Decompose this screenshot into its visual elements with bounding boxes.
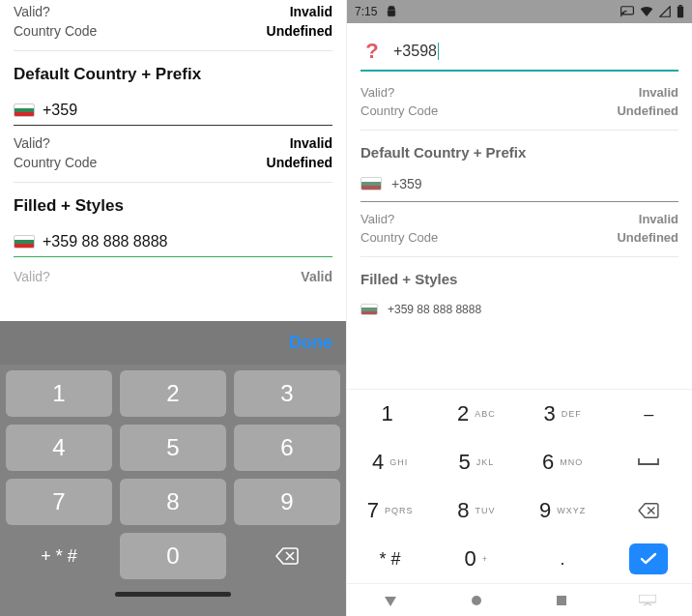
nav-back[interactable] [383, 593, 398, 608]
key-8[interactable]: 8TUV [433, 486, 519, 535]
cc-value: Undefined [617, 103, 678, 118]
key-9[interactable]: 9WXYZ [520, 486, 606, 535]
done-button[interactable]: Done [289, 333, 332, 353]
valid-row: Valid? Valid [14, 267, 332, 286]
nav-recent[interactable] [556, 595, 567, 606]
cast-icon [620, 6, 634, 17]
android-screenshot: 7:15 ? +3598 Valid? Invalid [346, 0, 692, 616]
phone-input-default[interactable]: +359 [14, 98, 332, 126]
unknown-flag-icon: ? [360, 39, 384, 64]
key-submit[interactable] [606, 535, 692, 583]
valid-label: Valid? [14, 4, 50, 19]
phone-input-filled[interactable]: +359 88 888 8888 [360, 301, 678, 322]
valid-value: Invalid [290, 4, 332, 19]
key-6[interactable]: 6MNO [520, 438, 606, 486]
valid-value: Invalid [290, 135, 332, 151]
cc-value: Undefined [617, 230, 678, 245]
home-indicator [6, 579, 340, 608]
key-3[interactable]: 3 [234, 370, 340, 417]
divider [14, 50, 332, 51]
key-8[interactable]: 8 [120, 479, 226, 525]
section-title-default: Default Country + Prefix [14, 65, 332, 84]
key-dash[interactable]: – [606, 390, 692, 438]
keyboard-toolbar: Done [0, 321, 346, 365]
phone-input-default[interactable]: +359 [360, 174, 678, 197]
key-0[interactable]: 0 [120, 533, 226, 579]
key-backspace[interactable] [234, 533, 340, 579]
valid-row: Valid? Invalid [360, 210, 678, 228]
phone-input-filled[interactable]: +359 88 888 8888 [14, 229, 332, 257]
check-icon [640, 552, 657, 566]
phone-value: +359 88 888 8888 [43, 233, 167, 250]
status-time: 7:15 [355, 5, 377, 18]
country-code-row: Country Code Undefined [14, 21, 332, 41]
key-2[interactable]: 2ABC [433, 390, 519, 438]
svg-rect-1 [678, 7, 683, 18]
key-4[interactable]: 4GHI [347, 438, 433, 486]
cc-label: Country Code [360, 103, 438, 118]
key-5[interactable]: 5 [120, 425, 226, 471]
phone-value: +3598 [393, 43, 437, 60]
key-2[interactable]: 2 [120, 370, 226, 417]
android-icon [385, 5, 398, 18]
valid-label: Valid? [14, 135, 50, 151]
android-keyboard: 1 2ABC 3DEF – 4GHI 5JKL 6MNO 7PQRS 8TUV … [347, 389, 692, 616]
space-icon [637, 456, 660, 468]
key-5[interactable]: 5JKL [433, 438, 519, 486]
country-code-row: Country Code Undefined [14, 153, 332, 172]
valid-value: Invalid [639, 212, 678, 226]
section-title-default: Default Country + Prefix [360, 144, 678, 161]
flag-icon[interactable] [360, 304, 378, 315]
key-backspace[interactable] [606, 486, 692, 535]
cc-value: Undefined [267, 155, 332, 170]
nav-home[interactable] [470, 594, 483, 607]
battery-icon [677, 5, 684, 18]
key-symbols[interactable]: * # [347, 535, 433, 583]
key-4[interactable]: 4 [6, 425, 112, 471]
flag-icon[interactable] [14, 103, 35, 117]
backspace-icon [637, 502, 660, 519]
valid-row: Valid? Invalid [14, 2, 332, 21]
key-1[interactable]: 1 [6, 370, 112, 417]
cc-label: Country Code [360, 230, 438, 245]
country-code-row: Country Code Undefined [360, 228, 678, 247]
wifi-icon [640, 6, 653, 17]
phone-value: +359 [391, 176, 422, 191]
key-3[interactable]: 3DEF [520, 390, 606, 438]
valid-label: Valid? [360, 85, 394, 100]
key-symbols[interactable]: + * # [6, 533, 112, 579]
android-nav-bar [347, 583, 692, 616]
signal-icon [659, 6, 671, 17]
valid-label: Valid? [14, 269, 50, 284]
cc-value: Undefined [267, 23, 332, 39]
phone-value: +359 [43, 102, 77, 119]
key-dot[interactable]: . [520, 535, 606, 583]
svg-rect-2 [678, 5, 681, 7]
country-code-row: Country Code Undefined [360, 102, 678, 120]
key-space[interactable] [606, 438, 692, 486]
key-0[interactable]: 0+ [433, 535, 519, 583]
valid-row: Valid? Invalid [360, 83, 678, 102]
svg-rect-4 [557, 596, 566, 605]
ios-keyboard: Done 1 2 3 4 5 6 7 8 9 [0, 321, 346, 616]
phone-input-main[interactable]: ? +3598 [360, 37, 678, 72]
svg-point-3 [472, 596, 481, 605]
valid-label: Valid? [360, 212, 394, 226]
divider [14, 182, 332, 183]
key-6[interactable]: 6 [234, 425, 340, 471]
key-9[interactable]: 9 [234, 479, 340, 525]
key-1[interactable]: 1 [347, 390, 433, 438]
key-7[interactable]: 7 [6, 479, 112, 525]
valid-row: Valid? Invalid [14, 133, 332, 153]
section-title-filled: Filled + Styles [14, 196, 332, 216]
ios-screenshot: Valid? Invalid Country Code Undefined De… [0, 0, 346, 616]
flag-icon[interactable] [14, 235, 35, 249]
key-7[interactable]: 7PQRS [347, 486, 433, 535]
valid-value: Invalid [639, 85, 678, 100]
svg-rect-5 [639, 595, 656, 602]
section-title-filled: Filled + Styles [360, 271, 678, 287]
flag-icon[interactable] [360, 177, 382, 191]
nav-keyboard[interactable] [639, 595, 656, 606]
cc-label: Country Code [14, 155, 97, 170]
text-caret [438, 43, 439, 60]
